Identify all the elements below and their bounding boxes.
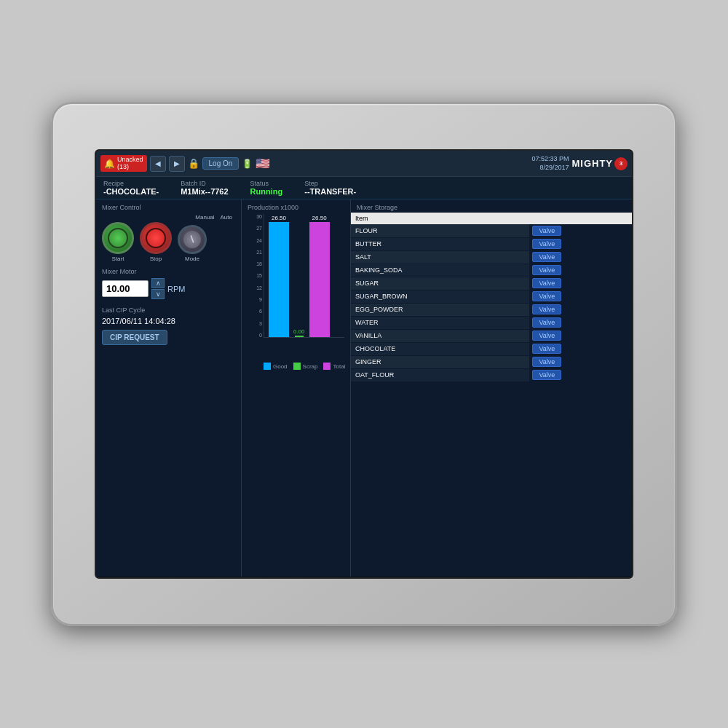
valve-cell: Valve: [529, 264, 632, 277]
valve-button[interactable]: Valve: [532, 252, 561, 262]
cip-request-button[interactable]: CIP REQUEST: [102, 330, 167, 345]
batch-value: M1Mix--7762: [181, 187, 228, 196]
bar-scrap-fill: [295, 336, 304, 337]
start-button-wrap: Start: [102, 222, 134, 262]
valve-cell: Valve: [529, 250, 632, 264]
manual-label: Manual: [195, 214, 214, 221]
storage-col-valve: [529, 213, 632, 224]
start-button[interactable]: [102, 222, 134, 254]
status-label: Status: [250, 180, 283, 187]
table-row: VANILLA Valve: [351, 329, 632, 342]
table-row: BAKING_SODA Valve: [351, 264, 632, 277]
mixer-control-label: Mixer Control: [102, 204, 235, 211]
motor-section: Mixer Motor ∧ ∨ RPM: [102, 268, 235, 299]
item-cell: SUGAR_BROWN: [351, 290, 529, 303]
valve-cell: Valve: [529, 224, 632, 237]
chart-y-axis: 30 27 24 21 18 15 12 9 6 3 0: [248, 214, 262, 338]
table-row: OAT_FLOUR Valve: [351, 368, 632, 381]
valve-button[interactable]: Valve: [532, 291, 561, 301]
alarm-count: (13): [117, 164, 143, 171]
chart-area: 26.50 0.00 26.50: [264, 214, 344, 338]
valve-button[interactable]: Valve: [532, 239, 561, 249]
table-row: EGG_POWDER Valve: [351, 303, 632, 316]
legend-good-box: [264, 363, 271, 370]
storage-col-item: Item: [351, 213, 529, 224]
step-field: Step --TRANSFER-: [304, 180, 356, 196]
item-cell: BAKING_SODA: [351, 264, 529, 277]
valve-button[interactable]: Valve: [532, 226, 561, 236]
right-panel: Mixer Storage Item FLOUR Valve BUTTER: [351, 199, 632, 577]
logon-button[interactable]: Log On: [202, 157, 240, 170]
status-field: Status Running: [250, 180, 283, 196]
bar-scrap: 0.00: [293, 328, 305, 337]
alarm-bell-icon: 🔔: [104, 159, 115, 169]
rpm-input[interactable]: [102, 280, 149, 297]
rpm-up-button[interactable]: ∧: [151, 278, 165, 288]
flag-icon: 🇺🇸: [256, 157, 270, 170]
production-label: Production x1000: [248, 204, 344, 211]
cip-section: Last CIP Cycle 2017/06/11 14:04:28 CIP R…: [102, 306, 235, 345]
stop-button-inner: [146, 228, 166, 248]
lock-icon: 🔒: [188, 158, 199, 169]
nav-forward-button[interactable]: ▶: [169, 156, 185, 172]
legend-total-label: Total: [333, 363, 345, 370]
mode-button-wrap: Mode: [178, 225, 207, 262]
item-cell: WATER: [351, 316, 529, 329]
bar-good: 26.50: [269, 215, 289, 337]
info-bar: Recipe -CHOCOLATE- Batch ID M1Mix--7762 …: [96, 177, 632, 199]
alarm-badge[interactable]: 🔔 Unacked (13): [100, 155, 147, 173]
left-panel: Mixer Control Manual Auto Start: [96, 199, 242, 577]
valve-button[interactable]: Valve: [532, 317, 561, 328]
status-value: Running: [250, 187, 283, 196]
valve-cell: Valve: [529, 329, 632, 342]
valve-button[interactable]: Valve: [532, 304, 561, 314]
chart-legend: Good Scrap Total: [248, 363, 344, 370]
logo-text: MIGHTY: [571, 158, 613, 169]
mode-button[interactable]: [178, 225, 207, 254]
storage-table: Item FLOUR Valve BUTTER Valve SALT Valve: [351, 213, 632, 382]
cip-date: 2017/06/11 14:04:28: [102, 317, 235, 325]
table-row: GINGER Valve: [351, 355, 632, 368]
bar-total: 26.50: [309, 215, 330, 337]
batch-field: Batch ID M1Mix--7762: [181, 180, 228, 196]
table-row: WATER Valve: [351, 316, 632, 329]
storage-header: Mixer Storage: [351, 199, 632, 213]
valve-cell: Valve: [529, 237, 632, 250]
top-bar: 🔔 Unacked (13) ◀ ▶ 🔒 Log On 🔋 🇺🇸 07:52:3…: [96, 151, 632, 177]
nav-back-button[interactable]: ◀: [150, 156, 166, 172]
item-cell: OAT_FLOUR: [351, 368, 529, 381]
valve-button[interactable]: Valve: [532, 265, 561, 275]
item-cell: CHOCOLATE: [351, 342, 529, 355]
stop-button[interactable]: [140, 222, 172, 254]
legend-good: Good: [264, 363, 288, 370]
recipe-value: -CHOCOLATE-: [103, 187, 159, 196]
rpm-row: ∧ ∨ RPM: [102, 278, 235, 299]
motor-label: Mixer Motor: [102, 268, 235, 275]
table-row: SUGAR Valve: [351, 277, 632, 290]
mode-knob: [183, 231, 201, 248]
production-chart: 30 27 24 21 18 15 12 9 6 3 0 26: [248, 214, 344, 360]
item-cell: SALT: [351, 250, 529, 264]
valve-cell: Valve: [529, 277, 632, 290]
valve-button[interactable]: Valve: [532, 331, 561, 341]
legend-scrap-box: [293, 363, 301, 370]
table-row: SALT Valve: [351, 250, 632, 264]
time-display: 07:52:33 PM: [531, 155, 569, 164]
valve-button[interactable]: Valve: [532, 370, 561, 380]
device-frame: 🔔 Unacked (13) ◀ ▶ 🔒 Log On 🔋 🇺🇸 07:52:3…: [51, 102, 677, 626]
screen: 🔔 Unacked (13) ◀ ▶ 🔒 Log On 🔋 🇺🇸 07:52:3…: [95, 149, 633, 579]
valve-button[interactable]: Valve: [532, 344, 561, 354]
valve-cell: Valve: [529, 342, 632, 355]
auto-label: Auto: [221, 214, 232, 221]
rpm-down-button[interactable]: ∨: [151, 289, 165, 299]
logo: MIGHTY 3: [571, 157, 628, 170]
legend-good-label: Good: [273, 363, 288, 370]
table-row: CHOCOLATE Valve: [351, 342, 632, 355]
auto-manual-labels: Manual Auto: [102, 214, 235, 221]
step-label: Step: [304, 180, 356, 187]
valve-cell: Valve: [529, 303, 632, 316]
valve-button[interactable]: Valve: [532, 357, 561, 367]
item-cell: GINGER: [351, 355, 529, 368]
table-row: FLOUR Valve: [351, 224, 632, 237]
valve-button[interactable]: Valve: [532, 278, 561, 288]
